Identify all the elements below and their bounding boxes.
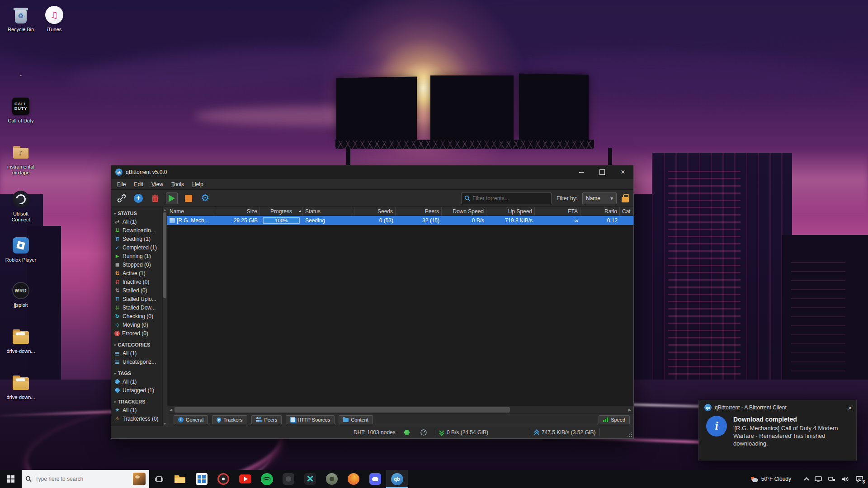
desktop-icon-roblox-player[interactable]: Roblox Player (4, 235, 38, 263)
taskbar-app-spotify[interactable] (256, 470, 278, 488)
desktop-icon-drive-download-folder[interactable]: drive-down... (4, 372, 38, 400)
sidebar-item-tags-all[interactable]: All (1) (111, 377, 162, 386)
column-header-down-speed[interactable]: Down Speed (442, 207, 486, 216)
resume-torrent-button[interactable] (166, 192, 178, 204)
sidebar-item-all[interactable]: All (1) (111, 217, 162, 226)
sidebar-item-active[interactable]: Active (1) (111, 269, 162, 277)
taskbar-app-blue[interactable] (364, 470, 386, 488)
show-hidden-icons-chevron[interactable] (804, 477, 809, 482)
sidebar-section-trackers[interactable]: TRACKERS (111, 397, 162, 406)
table-empty-area[interactable] (167, 225, 633, 406)
horizontal-scrollbar[interactable] (167, 406, 633, 413)
tray-volume-icon[interactable] (842, 476, 849, 482)
desktop-icon-itunes[interactable]: iTunes (37, 5, 71, 33)
filter-by-dropdown[interactable]: Name (582, 192, 617, 204)
column-header-size[interactable]: Size (215, 207, 260, 216)
menu-edit[interactable]: Edit (130, 180, 147, 189)
scroll-right-arrow-icon[interactable] (626, 406, 633, 413)
column-header-name[interactable]: Name (167, 207, 215, 216)
task-view-button[interactable] (149, 470, 169, 488)
torrent-filter-searchbox[interactable] (461, 192, 552, 204)
column-header-ratio[interactable]: Ratio (580, 207, 620, 216)
weather-widget[interactable]: 50°F Cloudy (750, 475, 791, 483)
scroll-down-arrow-icon[interactable] (163, 421, 167, 426)
taskbar-app-recorder[interactable] (212, 470, 234, 488)
upload-speed-status[interactable]: 747.5 KiB/s (3.52 GiB) (534, 429, 595, 436)
taskbar-app-qbittorrent[interactable]: qb (386, 470, 408, 488)
desktop-icon-drive-download-folder[interactable]: drive-down... (4, 326, 38, 354)
speed-limit-gauge-icon[interactable] (420, 429, 427, 437)
minimize-button[interactable] (571, 165, 592, 179)
sidebar-section-tags[interactable]: TAGS (111, 369, 162, 377)
taskbar-app-dark-1[interactable] (278, 470, 299, 488)
desktop-icon-dash[interactable]: - (4, 72, 38, 78)
sidebar-item-untagged[interactable]: Untagged (1) (111, 386, 162, 394)
menu-file[interactable]: File (113, 180, 130, 189)
tab-trackers[interactable]: Trackers (212, 415, 247, 424)
speed-button[interactable]: Speed (599, 415, 630, 424)
column-header-progress[interactable]: Progress (260, 207, 303, 216)
desktop-icon-recycle-bin[interactable]: Recycle Bin (4, 5, 38, 33)
title-bar[interactable]: qb qBittorrent v5.0.0 (111, 165, 633, 179)
tab-peers[interactable]: Peers (251, 415, 282, 424)
sidebar-item-stalled[interactable]: Stalled (0) (111, 286, 162, 295)
sidebar-item-running[interactable]: Running (1) (111, 252, 162, 260)
torrent-row-selected[interactable]: [R.G. Mech... 29.25 GiB 100% Seeding 0 (… (167, 216, 633, 225)
toast-close-icon[interactable] (848, 404, 852, 411)
taskbar-app-gray[interactable] (321, 470, 343, 488)
desktop-icon-call-of-duty[interactable]: CALLDUTY Call of Duty (4, 96, 38, 124)
scroll-left-arrow-icon[interactable] (167, 406, 175, 413)
tab-http-sources[interactable]: HTTP Sources (286, 415, 335, 424)
sidebar-item-errored[interactable]: Errored (0) (111, 329, 162, 338)
sidebar-section-categories[interactable]: CATEGORIES (111, 340, 162, 349)
search-highlight-icon[interactable] (133, 473, 146, 485)
column-header-seeds[interactable]: Seeds (354, 207, 396, 216)
taskbar-app-store[interactable] (191, 470, 212, 488)
lock-icon[interactable] (622, 197, 629, 202)
tray-monitor-icon[interactable] (815, 476, 822, 482)
sidebar-item-uncategorized[interactable]: Uncategoriz... (111, 357, 162, 366)
sidebar-item-inactive[interactable]: Inactive (0) (111, 277, 162, 286)
sidebar-item-moving[interactable]: Moving (0) (111, 320, 162, 329)
notification-toast[interactable]: qb qBittorrent - A Bittorrent Client Dow… (698, 400, 857, 460)
sidebar-item-checking[interactable]: Checking (0) (111, 312, 162, 320)
sidebar-item-completed[interactable]: Completed (1) (111, 243, 162, 252)
sidebar-item-stalled-uploading[interactable]: Stalled Uplo... (111, 295, 162, 303)
taskbar-app-file-explorer[interactable] (169, 470, 191, 488)
resize-grip[interactable] (627, 432, 632, 437)
tray-network-icon[interactable] (828, 476, 835, 482)
tab-general[interactable]: General (174, 415, 208, 424)
connection-status-icon[interactable] (404, 430, 410, 435)
scrollbar-thumb[interactable] (163, 212, 166, 298)
add-torrent-link-button[interactable] (116, 192, 127, 204)
add-torrent-file-button[interactable] (132, 192, 144, 204)
action-center-button[interactable]: 3 (856, 476, 863, 483)
download-speed-status[interactable]: 0 B/s (24.54 GiB) (439, 429, 488, 436)
sidebar-item-categories-all[interactable]: All (1) (111, 349, 162, 357)
sidebar-item-downloading[interactable]: Downloadin... (111, 226, 162, 235)
column-header-eta[interactable]: ETA (535, 207, 580, 216)
scrollbar-thumb[interactable] (175, 407, 510, 413)
start-button[interactable] (0, 470, 22, 488)
column-header-peers[interactable]: Peers (396, 207, 442, 216)
desktop-icon-jjsploit[interactable]: WRD jjsploit (4, 280, 38, 308)
sidebar-item-seeding[interactable]: Seeding (1) (111, 235, 162, 243)
taskbar-app-orange[interactable] (343, 470, 364, 488)
menu-help[interactable]: Help (188, 180, 208, 189)
column-header-status[interactable]: Status (303, 207, 354, 216)
tab-content[interactable]: Content (339, 415, 373, 424)
taskbar-app-dark-2[interactable] (299, 470, 321, 488)
desktop-icon-ubisoft-connect[interactable]: Ubisoft Connect (4, 189, 38, 223)
sidebar-scrollbar[interactable] (162, 207, 167, 426)
column-header-category[interactable]: Cat (620, 207, 633, 216)
filter-torrents-input[interactable] (472, 195, 548, 202)
close-button[interactable] (613, 165, 633, 179)
menu-tools[interactable]: Tools (167, 180, 188, 189)
column-header-up-speed[interactable]: Up Speed (486, 207, 535, 216)
sidebar-item-trackerless[interactable]: Trackerless (0) (111, 414, 162, 423)
sidebar-item-stalled-downloading[interactable]: Stalled Dow... (111, 303, 162, 312)
delete-torrent-button[interactable] (149, 192, 161, 204)
options-button[interactable] (199, 192, 211, 204)
maximize-button[interactable] (592, 165, 613, 179)
taskbar-app-youtube[interactable] (234, 470, 256, 488)
